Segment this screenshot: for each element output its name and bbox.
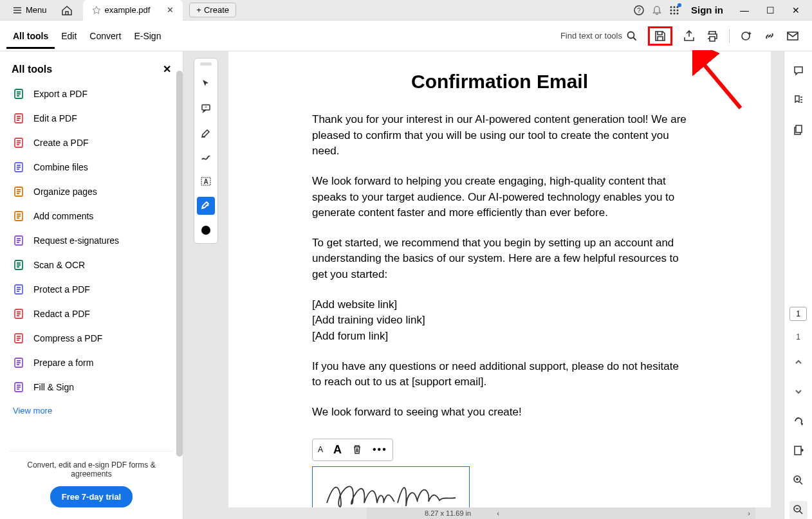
window-maximize-button[interactable]: ☐ [761, 5, 780, 15]
link-placeholder: [Add website link] [312, 297, 687, 313]
apps-button[interactable] [669, 5, 679, 15]
hamburger-icon [13, 6, 22, 15]
page-up-button[interactable] [789, 353, 807, 371]
chevron-up-icon [794, 358, 803, 367]
sidebar-item-add-comments[interactable]: Add comments [5, 204, 178, 228]
toolbar-drag-handle[interactable] [200, 62, 212, 66]
floating-toolbar: + A [194, 58, 218, 244]
sign-tool[interactable] [197, 197, 215, 215]
text-tool[interactable]: A [197, 172, 215, 190]
trash-icon [352, 444, 362, 455]
sidebar-item-label: Add comments [33, 211, 93, 221]
sidebar-item-combine-files[interactable]: Combine files [5, 155, 178, 179]
select-tool[interactable] [197, 75, 215, 93]
home-button[interactable] [56, 2, 78, 19]
sidebar-item-redact-a-pdf[interactable]: Redact a PDF [5, 302, 178, 326]
fit-page-button[interactable] [789, 442, 807, 460]
tab-all-tools[interactable]: All tools [6, 23, 55, 49]
window-close-button[interactable]: ✕ [786, 5, 806, 15]
sidebar-header: All tools ✕ [0, 51, 183, 82]
sidebar-item-fill-sign[interactable]: Fill & Sign [5, 375, 178, 399]
current-page-input[interactable]: 1 [789, 307, 807, 321]
edit-pdf-icon [13, 112, 26, 125]
sidebar-item-compress-a-pdf[interactable]: Compress a PDF [5, 326, 178, 351]
help-button[interactable]: ? [633, 5, 645, 16]
create-pdf-icon [13, 136, 26, 149]
sidebar-item-create-a-pdf[interactable]: Create a PDF [5, 131, 178, 155]
total-pages: 1 [796, 332, 800, 341]
document-tab[interactable]: example.pdf ✕ [83, 0, 183, 21]
organize-pages-icon [13, 185, 26, 198]
sidebar-item-organize-pages[interactable]: Organize pages [5, 179, 178, 204]
search-area[interactable]: Find text or tools [560, 30, 638, 42]
email-button[interactable] [786, 30, 799, 42]
sidebar-item-edit-a-pdf[interactable]: Edit a PDF [5, 106, 178, 131]
sidebar-item-label: Compress a PDF [33, 333, 102, 343]
comments-panel-button[interactable] [789, 62, 807, 80]
promo-text: Convert, edit and e-sign PDF forms & agr… [15, 460, 167, 478]
zoom-out-button[interactable] [789, 501, 807, 519]
share-button[interactable] [683, 30, 696, 42]
window-minimize-button[interactable]: — [735, 5, 754, 15]
create-button[interactable]: + Create [189, 3, 236, 17]
tab-esign[interactable]: E-Sign [127, 23, 167, 49]
sidebar-title: All tools [12, 64, 52, 75]
menu-button[interactable]: Menu [6, 3, 53, 17]
signature-size-small[interactable]: A [318, 445, 323, 454]
sidebar-item-label: Prepare a form [33, 358, 93, 368]
signature-toolbar: A A ••• [312, 439, 393, 461]
sidebar-item-protect-a-pdf[interactable]: Protect a PDF [5, 277, 178, 302]
statusbar: 8.27 x 11.69 in ‹ › [367, 507, 755, 519]
prepare-form-icon [13, 356, 26, 369]
view-more-link[interactable]: View more [5, 399, 178, 422]
save-button[interactable] [648, 26, 672, 46]
color-picker[interactable] [197, 221, 215, 239]
signature-delete[interactable] [352, 444, 362, 455]
search-label: Find text or tools [560, 31, 622, 41]
document-title: Confirmation Email [312, 71, 687, 93]
tab-close-button[interactable]: ✕ [167, 5, 174, 15]
signature-field[interactable] [312, 466, 470, 507]
tab-edit[interactable]: Edit [55, 23, 83, 49]
bookmark-list-icon [793, 95, 804, 106]
rotate-button[interactable] [789, 412, 807, 430]
zoom-in-button[interactable] [789, 471, 807, 489]
add-comments-icon [13, 210, 26, 223]
signature-more[interactable]: ••• [373, 444, 387, 455]
page-down-button[interactable] [789, 383, 807, 401]
signature-size-large[interactable]: A [333, 443, 342, 457]
scroll-left-button[interactable]: ‹ [497, 509, 499, 517]
signin-button[interactable]: Sign in [691, 5, 723, 15]
tab-convert[interactable]: Convert [83, 23, 127, 49]
link-placeholder: [Add forum link] [312, 329, 687, 345]
rotate-icon [793, 415, 804, 427]
ai-button[interactable] [740, 30, 753, 42]
highlight-tool[interactable] [197, 123, 215, 141]
print-button[interactable] [706, 30, 719, 42]
notifications-button[interactable] [651, 5, 663, 16]
sidebar-item-prepare-a-form[interactable]: Prepare a form [5, 351, 178, 375]
sidebar-list: Export a PDFEdit a PDFCreate a PDFCombin… [0, 82, 183, 451]
draw-tool[interactable] [197, 148, 215, 166]
thumbnails-panel-button[interactable] [789, 121, 807, 139]
sidebar-item-scan-ocr[interactable]: Scan & OCR [5, 253, 178, 277]
paragraph: To get started, we recommend that you be… [312, 235, 687, 283]
bell-icon [651, 5, 663, 16]
svg-point-11 [628, 32, 634, 38]
sidebar-scrollbar[interactable] [176, 71, 183, 457]
sidebar-item-export-a-pdf[interactable]: Export a PDF [5, 82, 178, 106]
ai-sparkle-icon [740, 30, 753, 42]
sidebar-item-request-e-signatures[interactable]: Request e-signatures [5, 228, 178, 253]
comment-tool[interactable]: + [197, 99, 215, 117]
free-trial-button[interactable]: Free 7-day trial [50, 486, 133, 507]
sidebar-close-button[interactable]: ✕ [163, 63, 171, 75]
link-button[interactable] [763, 30, 776, 42]
paragraph: Thank you for your interest in our AI-po… [312, 112, 687, 159]
pdf-page[interactable]: Confirmation Email Thank you for your in… [228, 51, 771, 507]
signature-graphic [320, 471, 462, 507]
titlebar: Menu example.pdf ✕ + Create ? Sign in — … [0, 0, 812, 21]
bookmarks-panel-button[interactable] [789, 91, 807, 109]
cursor-icon [201, 78, 211, 89]
scroll-right-button[interactable]: › [748, 509, 750, 517]
notification-dot [678, 3, 681, 7]
